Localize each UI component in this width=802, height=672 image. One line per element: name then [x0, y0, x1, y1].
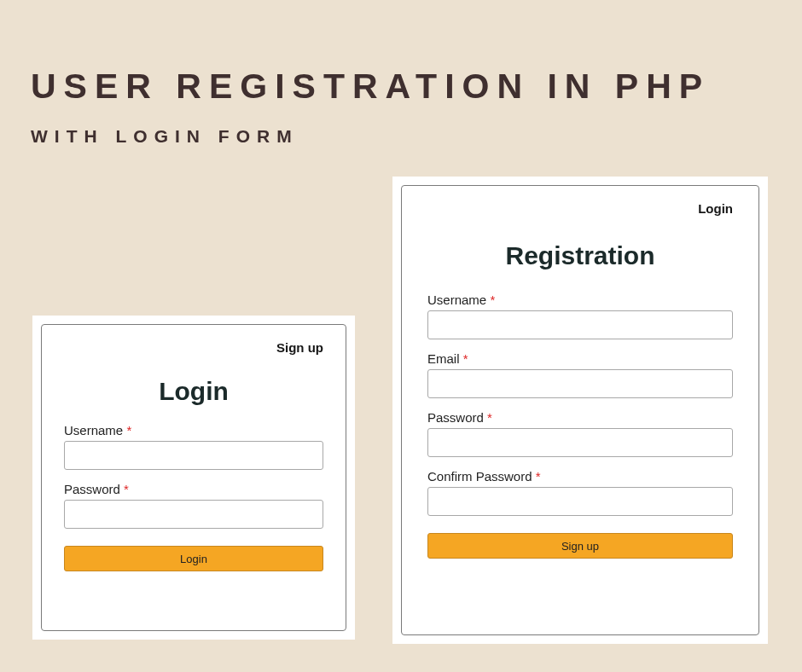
required-marker: *: [126, 423, 131, 437]
signup-button[interactable]: Sign up: [427, 533, 733, 559]
login-link[interactable]: Login: [427, 198, 733, 216]
required-marker: *: [536, 469, 541, 484]
reg-username-input[interactable]: [427, 310, 733, 339]
page-heading: USER REGISTRATION IN PHP: [31, 67, 710, 107]
reg-confirm-password-label: Confirm Password *: [427, 469, 733, 484]
login-title: Login: [64, 377, 323, 406]
reg-password-label: Password *: [427, 410, 733, 425]
reg-confirm-password-input[interactable]: [427, 487, 733, 516]
required-marker: *: [124, 482, 129, 496]
reg-password-input[interactable]: [427, 428, 733, 457]
login-password-label: Password *: [64, 482, 323, 496]
required-marker: *: [487, 410, 492, 425]
required-marker: *: [490, 293, 495, 307]
registration-title: Registration: [427, 241, 733, 270]
reg-email-input[interactable]: [427, 369, 733, 398]
reg-email-label: Email *: [427, 351, 733, 366]
reg-password-field: Password *: [427, 410, 733, 457]
reg-username-field: Username *: [427, 293, 733, 339]
login-button[interactable]: Login: [64, 546, 323, 571]
registration-card-inner: Login Registration Username * Email * Pa…: [401, 185, 759, 635]
login-password-field: Password *: [64, 482, 323, 529]
reg-email-field: Email *: [427, 351, 733, 398]
login-username-label: Username *: [64, 423, 323, 437]
registration-card: Login Registration Username * Email * Pa…: [392, 177, 768, 644]
required-marker: *: [463, 351, 468, 366]
login-card-inner: Sign up Login Username * Password * Logi…: [41, 324, 346, 631]
login-password-input[interactable]: [64, 500, 323, 529]
signup-link[interactable]: Sign up: [64, 337, 323, 355]
reg-username-label: Username *: [427, 293, 733, 307]
login-username-field: Username *: [64, 423, 323, 470]
login-username-input[interactable]: [64, 441, 323, 470]
page-subheading: WITH LOGIN FORM: [31, 126, 299, 147]
login-card: Sign up Login Username * Password * Logi…: [32, 316, 355, 640]
reg-confirm-password-field: Confirm Password *: [427, 469, 733, 516]
